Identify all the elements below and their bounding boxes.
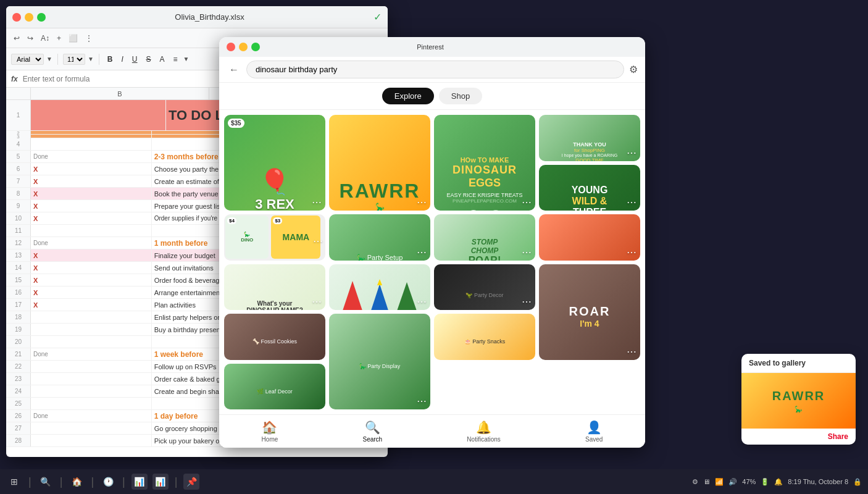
pin-card[interactable]: 🦕DINO $4 MAMA $3 Shop dinosaur birthday … [224,214,325,261]
taskbar-monitor-icon: 🖥 [703,478,710,485]
strikethrough-button[interactable]: S [143,54,154,65]
tab-shop[interactable]: Shop [439,88,482,104]
pin-card[interactable]: 🎁 Party Bags ⋯ [539,214,640,261]
more-button[interactable]: ⋮ [83,33,95,44]
taskbar-search-icon[interactable]: 🔍 [38,474,54,490]
row-number: 1 [6,100,31,130]
nav-search[interactable]: 🔍 Search [353,420,392,443]
pin-card[interactable]: YOUNG WILD & THREE 🦕 ⋯ [539,165,640,211]
pin-card[interactable]: ⋯ [329,264,430,311]
taskbar-battery-text: 47% [742,478,756,485]
italic-button[interactable]: I [118,54,126,65]
taskbar-sheets-icon1[interactable]: 📊 [131,474,148,490]
nav-notifications[interactable]: 🔔 Notifications [457,420,510,443]
checkbox-cell: X [31,299,152,311]
pin-card[interactable]: 🦕 Party Setup ⋯ [329,214,430,261]
done-label: Done [31,410,152,422]
shapes-button[interactable]: ⬜ [66,33,80,44]
search-input[interactable] [246,61,624,78]
save-status-icon: ✓ [373,11,382,23]
taskbar-separator1: | [28,475,31,488]
pin-card[interactable]: What's your DINOSAUR NAME? TAKE THE FIRS… [224,264,325,311]
close-button[interactable] [12,13,21,22]
search-icon: 🔍 [365,420,380,435]
minimize-button[interactable] [25,13,33,22]
formula-icon: fx [11,75,18,83]
add-button[interactable]: + [54,33,64,44]
taskbar-notification-icon[interactable]: 🔔 [774,478,783,486]
row-number: 7 [6,175,31,187]
taskbar-grid-icon[interactable]: ⊞ [6,474,22,490]
maximize-button[interactable] [37,13,46,22]
pin-options-icon[interactable]: ⋯ [417,196,427,208]
pinterest-close-button[interactable] [227,43,235,51]
pinterest-maximize-button[interactable] [251,43,260,51]
pin-card[interactable]: RAWRR 🦕 ⋯ [329,115,430,211]
pin-card[interactable]: 🎂 Party Snacks [434,314,535,360]
pin-options-icon[interactable]: ⋯ [627,346,636,358]
pinterest-window-controls[interactable] [227,43,260,51]
bold-button[interactable]: B [104,54,116,65]
font-color-button[interactable]: A [157,54,168,65]
pin-options-icon[interactable]: ⋯ [417,395,427,407]
pin-options-icon[interactable]: ⋯ [417,246,427,258]
window-controls[interactable] [12,13,46,22]
row-num-header [6,88,31,99]
col-header-b[interactable]: B [31,88,209,99]
undo-button[interactable]: ↩ [11,33,22,44]
pin-card[interactable]: 🦕 Party Display ⋯ [329,314,430,409]
taskbar-wifi-icon: 📶 [715,478,724,486]
font-selector[interactable]: Arial [11,54,44,65]
taskbar-home-icon[interactable]: 🏠 [69,474,85,490]
pin-options-icon[interactable]: ⋯ [627,196,636,208]
pin-options-icon[interactable]: ⋯ [417,296,427,308]
row-number: 6 [6,163,31,175]
checkbox-cell: X [31,175,152,187]
tab-bar: Explore Shop [219,83,645,110]
nav-saved[interactable]: 👤 Saved [575,420,612,443]
nav-home-label: Home [262,436,278,443]
saved-toast: Saved to gallery RAWRR 🦕 Share [741,354,856,445]
pin-options-icon[interactable]: ⋯ [627,246,636,258]
pin-image: 🦕 Party Setup ⋯ [329,214,430,261]
row-number: 23 [6,373,31,385]
taskbar-clock-icon[interactable]: 🕐 [100,474,116,490]
taskbar-lock-icon[interactable]: 🔒 [853,478,862,486]
pin-options-icon[interactable]: ⋯ [522,246,532,258]
text-format-button[interactable]: A↕ [38,33,52,44]
pin-card[interactable]: 🦖 Party Decor ⋯ [434,264,535,311]
taskbar-sheets-icon2[interactable]: 📊 [152,474,169,490]
pin-options-icon[interactable]: ⋯ [627,147,636,159]
saved-icon: 👤 [586,420,602,435]
cell [31,435,152,446]
redo-button[interactable]: ↪ [25,33,36,44]
pinterest-minimize-button[interactable] [239,43,248,51]
taskbar-volume-icon[interactable]: 🔊 [728,478,737,486]
taskbar-separator4: | [122,475,125,488]
filter-button[interactable]: ⚙ [629,64,638,75]
pin-card[interactable]: ROAR I'm 4 ⋯ [539,264,640,360]
taskbar-settings-icon[interactable]: ⚙ [692,478,698,486]
nav-search-label: Search [362,436,382,443]
pin-options-icon[interactable]: ⋯ [312,296,322,308]
pin-options-icon[interactable]: ⋯ [312,196,322,208]
share-button[interactable]: Share [828,432,848,441]
pin-card[interactable]: HOw TO MAKE DINOSAUR EGGS EASY RICE KRIS… [434,115,535,211]
pin-card[interactable]: 🌿 Leaf Decor [224,364,325,410]
pin-card[interactable]: 🦴 Fossil Cookies [224,314,325,360]
pin-card[interactable]: THANK YOU for ShopPING I hope you have a… [539,115,640,161]
align-button[interactable]: ≡ [170,54,181,65]
tab-explore[interactable]: Explore [382,88,434,104]
search-bar: ← ⚙ [219,57,645,83]
underline-button[interactable]: U [129,54,141,65]
window-title: Olivia_Birthday.xlsx [175,12,244,22]
pin-options-icon[interactable]: ⋯ [522,196,532,208]
pin-card[interactable]: STOMP CHOMP ROAR! JOIN US FOR A DINOSAUR… [434,214,535,261]
size-selector[interactable]: 11 [63,54,85,65]
pin-options-icon[interactable]: ⋯ [313,235,323,247]
back-button[interactable]: ← [227,62,241,78]
taskbar-pinterest-icon[interactable]: 📌 [183,474,199,490]
pin-card[interactable]: 🎈 3 REX ROAR $35 ⋯ [224,115,325,211]
pin-options-icon[interactable]: ⋯ [522,296,532,308]
nav-home[interactable]: 🏠 Home [252,420,288,443]
